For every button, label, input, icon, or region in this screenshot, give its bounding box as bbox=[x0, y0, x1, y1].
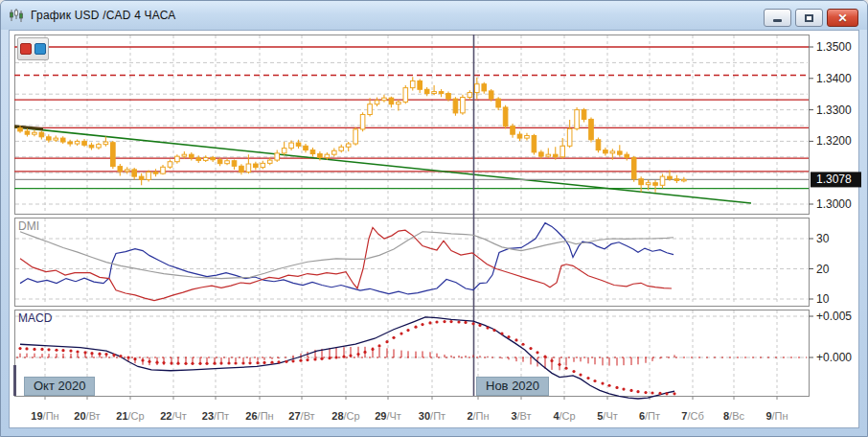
macd-signal-dot bbox=[299, 359, 302, 362]
macd-signal-dot bbox=[18, 347, 21, 350]
macd-signal-dot bbox=[392, 336, 395, 339]
candle-body bbox=[47, 137, 52, 140]
macd-signal-dot bbox=[435, 320, 438, 323]
macd-signal-dot bbox=[543, 356, 546, 358]
candle-body bbox=[546, 154, 551, 156]
price-axis: 1.35001.34001.33001.32001.30001.30783020… bbox=[809, 40, 861, 364]
candle-body bbox=[639, 179, 644, 185]
macd-signal-dot bbox=[622, 388, 625, 391]
candle-body bbox=[60, 138, 65, 142]
date-axis: 19/Пн20/Вт21/Ср22/Чт23/Пт26/Пн27/Вт28/Ср… bbox=[31, 410, 788, 422]
macd-signal-dot bbox=[486, 326, 489, 329]
macd-signal-dot bbox=[291, 359, 294, 362]
macd-signal-dot bbox=[47, 348, 50, 351]
macd-signal-dot bbox=[471, 322, 474, 325]
candle-body bbox=[403, 88, 408, 103]
candle-body bbox=[289, 143, 294, 149]
macd-signal-dot bbox=[400, 332, 402, 334]
blue-marker-button[interactable] bbox=[34, 43, 46, 55]
macd-signal-dot bbox=[644, 391, 647, 394]
chart-canvas[interactable]: DMIMACD1.35001.34001.33001.32001.30001.3… bbox=[1, 1, 868, 437]
candle-body bbox=[489, 91, 493, 99]
candle-body bbox=[318, 154, 323, 158]
candle-body bbox=[304, 146, 308, 150]
macd-signal-dot bbox=[636, 390, 639, 393]
candle-body bbox=[360, 115, 365, 129]
price-tick: 1.3200 bbox=[816, 134, 852, 148]
candle-body bbox=[54, 138, 58, 140]
candle-body bbox=[339, 147, 344, 150]
macd-signal-dot bbox=[148, 360, 150, 363]
candle-body bbox=[461, 97, 466, 112]
price-tick: 1.3400 bbox=[816, 72, 852, 85]
month-badge-oct: Окт 2020 bbox=[24, 377, 95, 396]
macd-label: MACD bbox=[18, 311, 53, 325]
macd-signal-dot bbox=[270, 361, 273, 364]
candle-body bbox=[560, 146, 565, 156]
candle-body bbox=[482, 84, 487, 91]
candle-body bbox=[354, 129, 358, 144]
macd-signal-dot bbox=[406, 329, 409, 332]
candle-body bbox=[246, 164, 251, 172]
candle-body bbox=[139, 176, 144, 179]
candle-body bbox=[203, 157, 208, 160]
candle-body bbox=[517, 134, 522, 138]
candle-body bbox=[660, 176, 665, 185]
candle-body bbox=[282, 149, 286, 153]
candle-body bbox=[211, 157, 216, 159]
candle-body bbox=[217, 160, 222, 164]
red-marker-button[interactable] bbox=[20, 43, 32, 55]
macd-signal-dot bbox=[651, 391, 653, 394]
macd-signal-dot bbox=[76, 350, 79, 353]
date-label: 27/Вт bbox=[288, 410, 314, 422]
macd-signal-dot bbox=[363, 351, 366, 354]
macd-signal-dot bbox=[256, 361, 259, 364]
macd-signal-dot bbox=[478, 324, 481, 327]
candle-body bbox=[310, 150, 315, 154]
macd-signal-dot bbox=[119, 355, 122, 357]
candle-body bbox=[610, 151, 615, 153]
candle-body bbox=[332, 150, 337, 154]
macd-signal-dot bbox=[213, 362, 216, 365]
macd-signal-dot bbox=[198, 362, 201, 365]
month-badge-nov: Нов 2020 bbox=[476, 377, 549, 396]
candle-body bbox=[468, 93, 472, 98]
macd-signal-dot bbox=[521, 343, 524, 346]
candle-body bbox=[532, 135, 537, 151]
candle-body bbox=[147, 172, 151, 180]
candle-body bbox=[674, 179, 679, 181]
macd-signal-dot bbox=[449, 320, 452, 323]
macd-signal-dot bbox=[133, 357, 136, 360]
candle-body bbox=[575, 110, 580, 129]
macd-signal-dot bbox=[306, 358, 308, 361]
date-label: 26/Пн bbox=[245, 410, 273, 422]
date-label: 22/Чт bbox=[160, 410, 187, 422]
candle-body bbox=[618, 151, 623, 154]
candle-body bbox=[604, 150, 608, 153]
candle-body bbox=[225, 161, 230, 164]
macd-signal-dot bbox=[241, 361, 244, 364]
candle-body bbox=[418, 80, 423, 89]
macd-signal-dot bbox=[514, 338, 517, 341]
date-label: 3/Вт bbox=[511, 410, 531, 422]
candle-body bbox=[267, 160, 272, 163]
candle-body bbox=[89, 145, 94, 148]
date-label: 6/Пт bbox=[639, 410, 660, 422]
date-label: 9/Пн bbox=[765, 410, 788, 422]
macd-signal-dot bbox=[349, 355, 352, 357]
macd-signal-dot bbox=[601, 381, 604, 384]
macd-signal-dot bbox=[558, 363, 560, 366]
candle-body bbox=[168, 162, 172, 168]
date-label: 21/Ср bbox=[116, 410, 144, 422]
candle-body bbox=[525, 135, 530, 138]
candle-body bbox=[254, 164, 259, 168]
candle-body bbox=[596, 140, 601, 150]
candle-body bbox=[475, 84, 480, 93]
candle-body bbox=[346, 144, 351, 147]
candle-body bbox=[25, 131, 30, 134]
macd-signal-dot bbox=[40, 348, 43, 351]
candle-body bbox=[653, 183, 658, 186]
macd-signal-dot bbox=[263, 361, 265, 364]
macd-signal-dot bbox=[320, 357, 323, 360]
candle-body bbox=[553, 154, 558, 157]
